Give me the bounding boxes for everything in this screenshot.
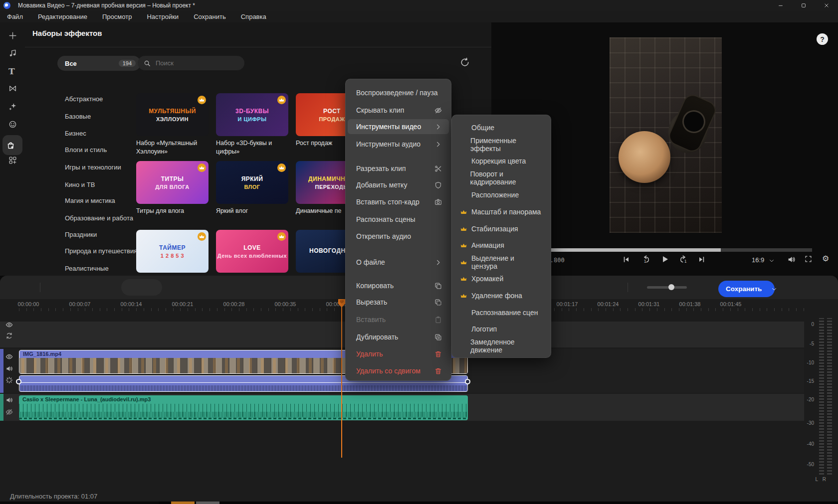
- rail-stickers-icon[interactable]: [8, 120, 17, 129]
- ruler-label[interactable]: 00:00:28: [223, 301, 245, 307]
- videotools-item-8[interactable]: Анимация: [454, 238, 549, 253]
- category-item-4[interactable]: Влоги и стиль: [57, 142, 141, 157]
- contextmenu-item-5[interactable]: Разрезать клип: [348, 161, 449, 176]
- rail-effects-icon[interactable]: [8, 102, 17, 111]
- chevron-down-icon[interactable]: [769, 258, 775, 264]
- search-input[interactable]: [155, 59, 236, 67]
- rail-more-tools-icon[interactable]: [8, 156, 17, 165]
- rail-audio-icon[interactable]: [8, 49, 17, 57]
- ruler-label[interactable]: 00:01:31: [638, 301, 660, 307]
- rail-effect-store-icon[interactable]: [6, 141, 15, 150]
- search-box[interactable]: [138, 56, 244, 70]
- category-item-11[interactable]: Реалистичные: [57, 261, 141, 276]
- category-item-1[interactable]: Абстрактное: [57, 91, 141, 106]
- envelope-handle-left[interactable]: [16, 379, 21, 384]
- category-item-10[interactable]: Природа и путешествия: [57, 243, 141, 258]
- contextmenu-item-2[interactable]: Скрывать клип: [348, 103, 449, 118]
- category-item-5[interactable]: Игры и технологии: [57, 160, 141, 174]
- contextmenu-item-10[interactable]: О файле: [348, 255, 449, 270]
- close-button[interactable]: [815, 0, 838, 11]
- trackheader-visibility-icon[interactable]: [5, 321, 13, 329]
- contextmenu-item-1[interactable]: Воспроизведение / пауза: [348, 85, 449, 100]
- fullscreen-icon[interactable]: [805, 255, 812, 263]
- menubar-item-1[interactable]: Файл: [7, 13, 23, 20]
- videotools-item-1[interactable]: Общие: [454, 120, 549, 135]
- rail-transitions-icon[interactable]: [8, 84, 17, 93]
- trackheader-video-mute-icon[interactable]: [5, 365, 13, 372]
- videotools-item-14[interactable]: Замедленное движение: [454, 338, 549, 353]
- ruler-label[interactable]: 00:00:07: [69, 301, 91, 307]
- refresh-icon[interactable]: [460, 57, 470, 67]
- contextmenu-item-11[interactable]: Копировать: [348, 278, 449, 293]
- playhead-line[interactable]: [341, 299, 342, 458]
- contextmenu-item-7[interactable]: Вставить стоп-кадр: [348, 194, 449, 209]
- category-item-8[interactable]: Образование и работа: [57, 210, 141, 225]
- effect-card-brightvlog[interactable]: ЯРКИЙВЛОГ: [216, 161, 288, 204]
- ruler-label[interactable]: 00:00:21: [172, 301, 194, 307]
- ruler-label[interactable]: 00:01:24: [598, 301, 619, 307]
- videotools-item-9[interactable]: Выделение и цензура: [454, 255, 549, 270]
- effect-card-letters[interactable]: 3D-БУКВЫИ ЦИФРЫ: [216, 93, 288, 136]
- audio-clip[interactable]: Casiio x Sleepermane - Luna_(audiodevil.…: [19, 395, 468, 420]
- contextmenu-item-9[interactable]: Открепить аудио: [348, 229, 449, 244]
- volume-icon[interactable]: [787, 255, 796, 264]
- category-item-3[interactable]: Бизнес: [57, 126, 141, 141]
- envelope-handle-right[interactable]: [465, 379, 470, 384]
- videotools-item-10[interactable]: Хромакей: [454, 271, 549, 286]
- menubar-item-6[interactable]: Справка: [241, 13, 266, 20]
- zoom-slider-handle[interactable]: [668, 284, 674, 290]
- menubar-item-5[interactable]: Сохранить: [194, 13, 226, 20]
- aspect-ratio-value[interactable]: 16:9: [752, 256, 764, 264]
- bottom-scrollbar-thumb[interactable]: [171, 502, 195, 504]
- rail-titles-icon[interactable]: T: [8, 66, 15, 76]
- effect-card-halloween[interactable]: МУЛЬТЯШНЫЙХЭЛЛОУИН: [136, 93, 209, 136]
- videotools-item-7[interactable]: Стабилизация: [454, 221, 549, 236]
- ruler-label[interactable]: 00:01:38: [679, 301, 701, 307]
- category-item-2[interactable]: Базовые: [57, 109, 141, 124]
- maximize-button[interactable]: [792, 0, 815, 11]
- contextmenu-item-15[interactable]: Удалить: [348, 346, 449, 361]
- frame-back-button[interactable]: 1: [641, 255, 650, 264]
- videotools-item-6[interactable]: Масштаб и панорама: [454, 204, 549, 219]
- ruler-label[interactable]: 00:00:35: [275, 301, 296, 307]
- category-item-6[interactable]: Кино и ТВ: [57, 177, 141, 192]
- contextmenu-item-4[interactable]: Инструменты аудио: [348, 137, 449, 152]
- contextmenu-item-14[interactable]: Дублировать: [348, 330, 449, 344]
- videotools-item-2[interactable]: Примененные эффекты: [454, 137, 549, 152]
- zoom-slider-track[interactable]: [647, 286, 687, 289]
- rail-import-icon[interactable]: [8, 31, 17, 40]
- save-dropdown-chevron-icon[interactable]: [771, 286, 777, 292]
- ruler-label[interactable]: 00:00:00: [18, 301, 39, 307]
- contextmenu-item-6[interactable]: Добавить метку: [348, 177, 449, 192]
- videotools-item-3[interactable]: Коррекция цвета: [454, 154, 549, 168]
- videotools-item-12[interactable]: Распознавание сцен: [454, 305, 549, 320]
- contextmenu-item-12[interactable]: Вырезать: [348, 295, 449, 310]
- trackheader-video-loading-icon[interactable]: [5, 376, 13, 384]
- category-item-9[interactable]: Праздники: [57, 227, 141, 242]
- contextmenu-item-3[interactable]: Инструменты видео: [348, 119, 449, 134]
- contextmenu-item-8[interactable]: Распознать сцены: [348, 212, 449, 227]
- category-all[interactable]: Все194: [57, 56, 141, 71]
- videotools-item-5[interactable]: Расположение: [454, 187, 549, 202]
- ruler-label[interactable]: 00:00:14: [121, 301, 142, 307]
- skip-start-button[interactable]: [623, 256, 630, 263]
- ruler-label[interactable]: 00:01:17: [557, 301, 578, 307]
- skip-end-button[interactable]: [698, 256, 705, 263]
- help-button[interactable]: ?: [817, 33, 828, 45]
- menubar-item-2[interactable]: Редактирование: [38, 13, 87, 20]
- player-settings-icon[interactable]: ⚙: [822, 254, 829, 263]
- ruler-label[interactable]: 00:01:45: [720, 301, 742, 307]
- contextmenu-item-16[interactable]: Удалить со сдвигом: [348, 363, 449, 378]
- play-button[interactable]: [660, 255, 669, 264]
- videotools-item-13[interactable]: Логотип: [454, 322, 549, 336]
- menubar-item-3[interactable]: Просмотр: [102, 13, 132, 20]
- bottom-scrollbar[interactable]: [159, 502, 838, 504]
- videotools-item-4[interactable]: Поворот и кадрирование: [454, 170, 549, 185]
- trackheader-link-icon[interactable]: [5, 332, 13, 339]
- trackheader-audio-hidden-icon[interactable]: [5, 408, 13, 416]
- trackheader-audio-mute-icon[interactable]: [5, 396, 13, 404]
- minimize-button[interactable]: [769, 0, 792, 11]
- save-button[interactable]: Сохранить: [718, 281, 775, 297]
- trackheader-video-visibility-icon[interactable]: [5, 353, 13, 360]
- effect-card-vlogtitles[interactable]: ТИТРЫДЛЯ ВЛОГА: [136, 161, 209, 204]
